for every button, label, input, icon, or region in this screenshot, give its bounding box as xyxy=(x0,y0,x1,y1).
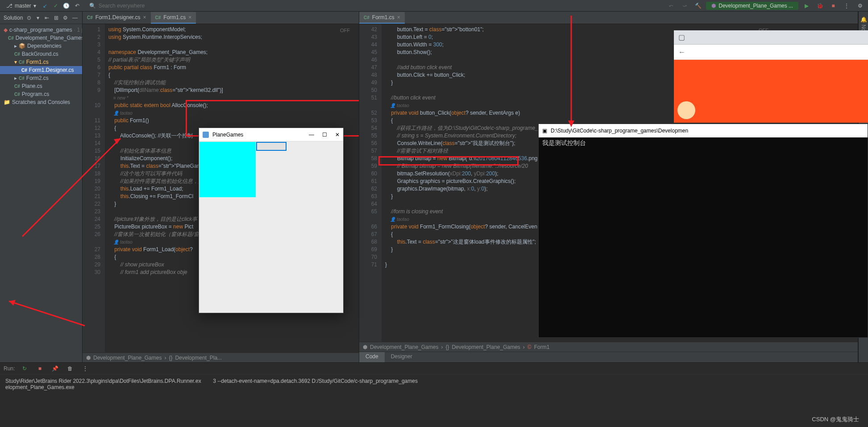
crumb[interactable]: Development_Plane_Games xyxy=(452,344,520,350)
pin-icon[interactable]: 📌 xyxy=(50,364,59,373)
cs-icon: C# xyxy=(14,84,20,89)
file-node[interactable]: C#BackGround.cs xyxy=(0,50,82,58)
sync-icon[interactable]: ⊙ xyxy=(26,13,31,22)
console-icon: ▣ xyxy=(542,128,547,134)
designer-subtab[interactable]: Designer xyxy=(385,352,419,362)
crumb[interactable]: Development_Pla... xyxy=(175,355,222,361)
chevron-right-icon: ▸ xyxy=(14,43,17,49)
tab-form1[interactable]: C#Form1.cs× xyxy=(151,12,196,24)
update-icon[interactable]: ↙ xyxy=(41,1,50,10)
solution-icon: ◆ xyxy=(4,27,8,33)
close-icon[interactable]: ✕ xyxy=(335,132,340,138)
search-icon: 🔍 xyxy=(89,3,96,9)
run-icon[interactable]: ▶ xyxy=(802,1,811,10)
solution-tree: ◆ c-sharp_programe_games · 1 project C#D… xyxy=(0,24,82,362)
rollback-icon[interactable]: ↶ xyxy=(73,1,82,10)
stop-icon[interactable]: ■ xyxy=(829,1,838,10)
cs-icon: C# xyxy=(364,15,370,20)
back-icon[interactable]: ← xyxy=(678,48,685,56)
expand-icon[interactable]: ⊞ xyxy=(54,13,58,22)
search-placeholder: Search everywhere xyxy=(99,3,145,9)
item-label: Dependencies xyxy=(27,43,62,49)
solution-header: Solution ⊙ ▾ ⇤ ⊞ ⚙ — xyxy=(0,12,82,24)
file-node[interactable]: ▸C#Form2.cs xyxy=(0,74,82,82)
file-node[interactable]: ▾C#Form1.cs xyxy=(0,58,82,66)
tab-label: Form1.Designer.cs xyxy=(96,14,141,21)
history-icon[interactable]: 🕓 xyxy=(62,1,71,10)
new-tab-icon[interactable]: ▢ xyxy=(678,33,685,41)
window-title: PlaneGames xyxy=(212,132,305,138)
csharp-icon: ⬢ xyxy=(363,344,367,350)
dependencies-node[interactable]: ▸📦Dependencies xyxy=(0,42,82,50)
solution-explorer: Solution ⊙ ▾ ⇤ ⊞ ⚙ — ◆ c-sharp_programe_… xyxy=(0,12,83,362)
crumb[interactable]: Development_Plane_Games xyxy=(93,355,162,361)
build-icon[interactable]: 🔨 xyxy=(694,1,702,10)
solution-title: Solution xyxy=(4,15,23,21)
bell-icon: 🔔 xyxy=(860,16,867,23)
debug-icon[interactable]: 🐞 xyxy=(815,1,824,10)
line-gutter: 1234567891011121314151617181920212223242… xyxy=(83,24,105,352)
clear-icon[interactable]: 🗑 xyxy=(66,364,75,373)
window-body xyxy=(199,141,343,313)
watermark: CSDN @鬼鬼骑士 xyxy=(812,415,859,423)
chevron-down-icon[interactable]: ▾ xyxy=(36,13,40,22)
browser-window[interactable]: ▢ ← xyxy=(674,30,868,123)
project-node[interactable]: C#Development_Plane_Games xyxy=(0,34,82,42)
item-label: BackGround.cs xyxy=(22,51,58,57)
hints-off[interactable]: OFF xyxy=(340,27,350,34)
commit-icon[interactable]: ✓ xyxy=(51,1,60,10)
cs-icon: C# xyxy=(19,60,25,65)
file-node[interactable]: C#Program.cs xyxy=(0,90,82,98)
vcs-branch-button[interactable]: ⎇ master ▾ xyxy=(3,2,40,10)
forward-icon[interactable]: ⤻ xyxy=(680,1,689,10)
collapse-icon[interactable]: ⇤ xyxy=(45,13,49,22)
console-titlebar[interactable]: ▣ D:\Study\GitCode\c-sharp_programe_game… xyxy=(539,124,868,137)
gear-icon[interactable]: ⚙ xyxy=(63,13,68,22)
cs-icon: C# xyxy=(155,15,161,20)
item-label: Form2.cs xyxy=(26,75,49,81)
plane-games-window[interactable]: PlaneGames — ☐ ✕ xyxy=(199,128,344,313)
csdn-monkey-logo xyxy=(677,101,695,119)
close-icon[interactable]: × xyxy=(397,14,400,21)
namespace-icon: {} xyxy=(445,344,449,350)
browser-tab-strip[interactable]: ▢ xyxy=(674,30,868,45)
tab-designer[interactable]: C#Form1.Designer.cs× xyxy=(83,12,151,24)
stop-icon[interactable]: ■ xyxy=(35,364,44,373)
file-node-selected[interactable]: C#Form1.Designer.cs xyxy=(0,66,82,74)
tab-form1-r[interactable]: C#Form1.cs× xyxy=(359,12,405,24)
console-window[interactable]: ▣ D:\Study\GitCode\c-sharp_programe_game… xyxy=(538,124,868,338)
crumb[interactable]: Development_Plane_Games xyxy=(370,344,438,350)
chevron-down-icon: ▾ xyxy=(33,3,36,9)
file-node[interactable]: C#Plane.cs xyxy=(0,82,82,90)
picture-box[interactable] xyxy=(199,142,256,197)
scratches-node[interactable]: 📁Scratches and Consoles xyxy=(0,98,82,106)
run-header: Run: ↻ ■ 📌 🗑 ⋮ xyxy=(0,363,868,374)
more-icon[interactable]: ⋮ xyxy=(81,364,90,373)
settings-icon[interactable]: ⚙ xyxy=(856,1,864,10)
run-configuration[interactable]: ⬢ Development_Plane_Games ... xyxy=(706,2,798,10)
chevron-down-icon: ▾ xyxy=(14,59,17,65)
search-everywhere[interactable]: 🔍 Search everywhere xyxy=(89,3,145,9)
rerun-icon[interactable]: ↻ xyxy=(20,364,29,373)
close-icon[interactable]: × xyxy=(188,14,191,21)
close-icon[interactable]: × xyxy=(143,14,146,21)
app-icon xyxy=(203,132,209,138)
botton01-button[interactable] xyxy=(256,142,287,151)
solution-root[interactable]: ◆ c-sharp_programe_games · 1 project xyxy=(0,26,82,34)
back-icon[interactable]: ⤺ xyxy=(667,1,676,10)
namespace-icon: {} xyxy=(169,355,172,361)
window-titlebar[interactable]: PlaneGames — ☐ ✕ xyxy=(199,128,343,141)
run-panel: Run: ↻ ■ 📌 🗑 ⋮ Study\Rider\JetBrains Rid… xyxy=(0,362,868,427)
maximize-icon[interactable]: ☐ xyxy=(322,132,327,138)
code-subtab[interactable]: Code xyxy=(359,352,385,362)
root-label: c-sharp_programe_games xyxy=(9,27,72,33)
console-title: D:\Study\GitCode\c-sharp_programe_games\… xyxy=(551,128,688,134)
hide-icon[interactable]: — xyxy=(72,13,78,22)
line-gutter: 4243444546474849505152535455565758596061… xyxy=(359,24,382,342)
item-label: Form1.Designer.cs xyxy=(29,67,74,73)
minimize-icon[interactable]: — xyxy=(309,132,314,138)
more-icon[interactable]: ⋮ xyxy=(842,1,851,10)
console-output[interactable]: 我是测试控制台 xyxy=(539,137,868,149)
run-output[interactable]: Study\Rider\JetBrains Rider 2022.3\plugi… xyxy=(0,374,868,394)
crumb[interactable]: Form1 xyxy=(534,344,550,350)
